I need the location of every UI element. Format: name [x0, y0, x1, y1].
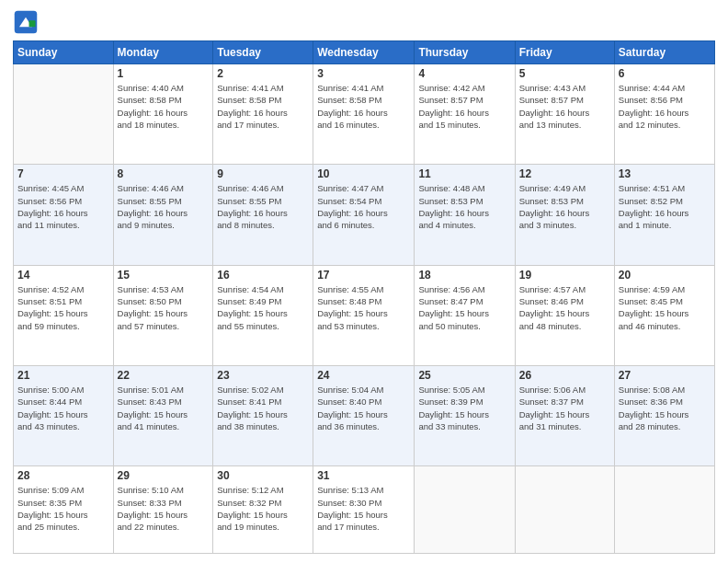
day-number: 8 — [118, 167, 210, 180]
day-number: 27 — [619, 369, 711, 382]
day-number: 1 — [118, 67, 210, 80]
calendar-body: 1Sunrise: 4:40 AMSunset: 8:58 PMDaylight… — [14, 64, 715, 554]
day-number: 13 — [619, 167, 711, 180]
day-info: Sunrise: 4:47 AMSunset: 8:54 PMDaylight:… — [317, 182, 410, 231]
day-number: 11 — [418, 167, 510, 180]
header-day: Friday — [515, 41, 614, 64]
day-number: 12 — [519, 167, 610, 180]
day-info: Sunrise: 4:49 AMSunset: 8:53 PMDaylight:… — [519, 182, 610, 231]
day-number: 30 — [217, 469, 309, 482]
calendar-cell: 6Sunrise: 4:44 AMSunset: 8:56 PMDaylight… — [614, 64, 714, 165]
calendar-row: 21Sunrise: 5:00 AMSunset: 8:44 PMDayligh… — [14, 365, 715, 465]
header-day: Tuesday — [213, 41, 313, 64]
day-info: Sunrise: 4:44 AMSunset: 8:56 PMDaylight:… — [619, 82, 711, 131]
header — [13, 9, 715, 35]
day-info: Sunrise: 5:05 AMSunset: 8:39 PMDaylight:… — [418, 384, 510, 432]
day-number: 22 — [118, 369, 210, 382]
calendar-cell — [415, 466, 515, 554]
calendar-row: 28Sunrise: 5:09 AMSunset: 8:35 PMDayligh… — [14, 466, 715, 554]
day-number: 26 — [519, 369, 610, 382]
calendar-cell: 2Sunrise: 4:41 AMSunset: 8:58 PMDaylight… — [213, 64, 313, 165]
day-number: 25 — [418, 369, 510, 382]
day-info: Sunrise: 4:52 AMSunset: 8:51 PMDaylight:… — [17, 283, 109, 332]
calendar-row: 14Sunrise: 4:52 AMSunset: 8:51 PMDayligh… — [14, 265, 715, 365]
header-day: Monday — [113, 41, 213, 64]
calendar-cell: 18Sunrise: 4:56 AMSunset: 8:47 PMDayligh… — [415, 265, 515, 365]
calendar-cell — [515, 466, 614, 554]
calendar-cell: 8Sunrise: 4:46 AMSunset: 8:55 PMDaylight… — [113, 165, 213, 265]
calendar-cell: 26Sunrise: 5:06 AMSunset: 8:37 PMDayligh… — [515, 365, 614, 465]
header-day: Thursday — [415, 41, 515, 64]
day-info: Sunrise: 4:48 AMSunset: 8:53 PMDaylight:… — [418, 182, 510, 231]
calendar-cell: 31Sunrise: 5:13 AMSunset: 8:30 PMDayligh… — [313, 466, 415, 554]
calendar-row: 1Sunrise: 4:40 AMSunset: 8:58 PMDaylight… — [14, 64, 715, 165]
day-number: 10 — [317, 167, 410, 180]
calendar-table: SundayMondayTuesdayWednesdayThursdayFrid… — [13, 40, 715, 554]
day-number: 6 — [619, 67, 711, 80]
day-info: Sunrise: 5:06 AMSunset: 8:37 PMDaylight:… — [519, 384, 610, 432]
day-number: 14 — [17, 269, 109, 282]
calendar-cell: 23Sunrise: 5:02 AMSunset: 8:41 PMDayligh… — [213, 365, 313, 465]
day-number: 21 — [17, 369, 109, 382]
calendar-cell: 11Sunrise: 4:48 AMSunset: 8:53 PMDayligh… — [415, 165, 515, 265]
day-number: 5 — [519, 67, 610, 80]
calendar-cell: 15Sunrise: 4:53 AMSunset: 8:50 PMDayligh… — [113, 265, 213, 365]
header-row: SundayMondayTuesdayWednesdayThursdayFrid… — [14, 41, 715, 64]
calendar-cell: 30Sunrise: 5:12 AMSunset: 8:32 PMDayligh… — [213, 466, 313, 554]
header-day: Sunday — [14, 41, 114, 64]
day-info: Sunrise: 4:43 AMSunset: 8:57 PMDaylight:… — [519, 82, 610, 131]
calendar-cell: 1Sunrise: 4:40 AMSunset: 8:58 PMDaylight… — [113, 64, 213, 165]
calendar-cell: 5Sunrise: 4:43 AMSunset: 8:57 PMDaylight… — [515, 64, 614, 165]
day-info: Sunrise: 4:41 AMSunset: 8:58 PMDaylight:… — [317, 82, 410, 131]
svg-rect-2 — [29, 20, 36, 27]
calendar-cell: 27Sunrise: 5:08 AMSunset: 8:36 PMDayligh… — [614, 365, 714, 465]
day-info: Sunrise: 4:54 AMSunset: 8:49 PMDaylight:… — [217, 283, 309, 332]
day-info: Sunrise: 4:45 AMSunset: 8:56 PMDaylight:… — [17, 182, 109, 231]
calendar-cell: 16Sunrise: 4:54 AMSunset: 8:49 PMDayligh… — [213, 265, 313, 365]
day-info: Sunrise: 4:41 AMSunset: 8:58 PMDaylight:… — [217, 82, 309, 131]
day-info: Sunrise: 5:13 AMSunset: 8:30 PMDaylight:… — [317, 484, 410, 533]
calendar-cell: 13Sunrise: 4:51 AMSunset: 8:52 PMDayligh… — [614, 165, 714, 265]
day-number: 15 — [118, 269, 210, 282]
day-number: 29 — [118, 469, 210, 482]
day-info: Sunrise: 5:04 AMSunset: 8:40 PMDaylight:… — [317, 384, 410, 432]
day-info: Sunrise: 4:40 AMSunset: 8:58 PMDaylight:… — [118, 82, 210, 131]
calendar-cell: 17Sunrise: 4:55 AMSunset: 8:48 PMDayligh… — [313, 265, 415, 365]
calendar-cell: 24Sunrise: 5:04 AMSunset: 8:40 PMDayligh… — [313, 365, 415, 465]
day-number: 24 — [317, 369, 410, 382]
header-day: Saturday — [614, 41, 714, 64]
day-number: 19 — [519, 269, 610, 282]
day-info: Sunrise: 5:12 AMSunset: 8:32 PMDaylight:… — [217, 484, 309, 533]
day-info: Sunrise: 4:51 AMSunset: 8:52 PMDaylight:… — [619, 182, 711, 231]
calendar-cell: 19Sunrise: 4:57 AMSunset: 8:46 PMDayligh… — [515, 265, 614, 365]
calendar-cell: 7Sunrise: 4:45 AMSunset: 8:56 PMDaylight… — [14, 165, 114, 265]
day-info: Sunrise: 4:55 AMSunset: 8:48 PMDaylight:… — [317, 283, 410, 332]
calendar-cell: 22Sunrise: 5:01 AMSunset: 8:43 PMDayligh… — [113, 365, 213, 465]
day-number: 18 — [418, 269, 510, 282]
day-info: Sunrise: 4:57 AMSunset: 8:46 PMDaylight:… — [519, 283, 610, 332]
day-info: Sunrise: 5:00 AMSunset: 8:44 PMDaylight:… — [17, 384, 109, 432]
day-info: Sunrise: 4:53 AMSunset: 8:50 PMDaylight:… — [118, 283, 210, 332]
day-info: Sunrise: 5:01 AMSunset: 8:43 PMDaylight:… — [118, 384, 210, 432]
day-info: Sunrise: 4:46 AMSunset: 8:55 PMDaylight:… — [217, 182, 309, 231]
day-number: 7 — [17, 167, 109, 180]
day-info: Sunrise: 4:42 AMSunset: 8:57 PMDaylight:… — [418, 82, 510, 131]
calendar-cell: 29Sunrise: 5:10 AMSunset: 8:33 PMDayligh… — [113, 466, 213, 554]
day-info: Sunrise: 5:09 AMSunset: 8:35 PMDaylight:… — [17, 484, 109, 533]
calendar-cell: 3Sunrise: 4:41 AMSunset: 8:58 PMDaylight… — [313, 64, 415, 165]
calendar-cell: 28Sunrise: 5:09 AMSunset: 8:35 PMDayligh… — [14, 466, 114, 554]
day-number: 2 — [217, 67, 309, 80]
calendar-cell: 25Sunrise: 5:05 AMSunset: 8:39 PMDayligh… — [415, 365, 515, 465]
day-number: 20 — [619, 269, 711, 282]
day-number: 17 — [317, 269, 410, 282]
day-info: Sunrise: 5:10 AMSunset: 8:33 PMDaylight:… — [118, 484, 210, 533]
logo — [13, 9, 42, 35]
day-number: 23 — [217, 369, 309, 382]
day-number: 31 — [317, 469, 410, 482]
day-info: Sunrise: 5:02 AMSunset: 8:41 PMDaylight:… — [217, 384, 309, 432]
calendar-cell: 9Sunrise: 4:46 AMSunset: 8:55 PMDaylight… — [213, 165, 313, 265]
day-number: 9 — [217, 167, 309, 180]
calendar-cell: 12Sunrise: 4:49 AMSunset: 8:53 PMDayligh… — [515, 165, 614, 265]
day-number: 28 — [17, 469, 109, 482]
calendar-cell: 20Sunrise: 4:59 AMSunset: 8:45 PMDayligh… — [614, 265, 714, 365]
